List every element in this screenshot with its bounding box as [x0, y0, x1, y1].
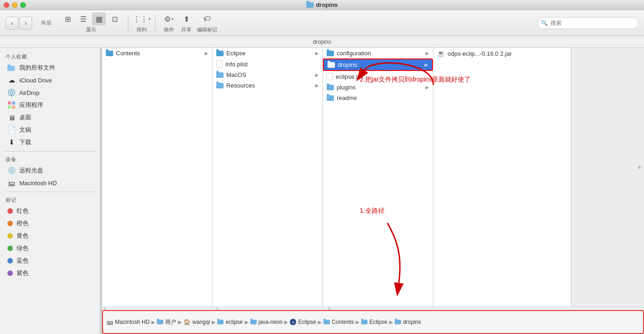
path-item-eclipse-app[interactable]: e Eclipse: [290, 319, 316, 325]
actions-button[interactable]: ⚙ ▾: [162, 12, 176, 25]
path-sep-5: ▶: [284, 319, 288, 325]
col2-item-macos[interactable]: MacOS ▶: [213, 70, 322, 80]
col2-item-eclipse[interactable]: Eclipse ▶: [213, 48, 322, 59]
tag-green-dot: [7, 246, 13, 251]
sidebar-label-tag-purple: 紫色: [17, 269, 29, 277]
col1-item-contents[interactable]: Contents ▶: [102, 48, 212, 59]
svg-rect-5: [8, 101, 11, 105]
path-sep-4: ▶: [245, 319, 248, 325]
sidebar-item-tag-yellow[interactable]: 黄色: [2, 230, 98, 242]
search-icon: 🔍: [541, 20, 548, 26]
col3-item-plugins[interactable]: plugins ▶: [323, 82, 433, 93]
col3-item-eclipseini[interactable]: eclipse.ini: [323, 71, 433, 82]
sidebar-label-airdrop: AirDrop: [19, 89, 40, 96]
col3-eclipseini-label: eclipse.ini: [336, 73, 362, 80]
main-area: 个人收藏 我的所有文件 ☁ iCloud Drive AirDrop: [0, 48, 644, 334]
plugins-chevron: ▶: [426, 85, 429, 90]
back-button[interactable]: ‹: [6, 17, 18, 29]
tags-button[interactable]: 🏷: [200, 12, 214, 25]
path-item-wangqi[interactable]: 🏠 wangqi: [184, 319, 210, 325]
maximize-button[interactable]: [20, 2, 26, 8]
path-label-javaneon: java-neon: [259, 319, 283, 325]
path-bar-bottom: 🖴 Macintosh HD ▶ 用户 ▶ 🏠 wangqi ▶ eclipse…: [102, 310, 644, 334]
path-bar-top: dropins +: [0, 36, 644, 48]
sidebar-item-airdrop[interactable]: AirDrop: [2, 87, 98, 99]
macos-folder-icon: [216, 72, 224, 78]
sidebar-item-downloads[interactable]: ⬇ 下载: [2, 136, 98, 148]
sidebar-label-tag-red: 红色: [17, 207, 29, 215]
sidebar-item-docs[interactable]: 📄 文稿: [2, 124, 98, 136]
column-view-button[interactable]: ▦: [92, 12, 106, 25]
title-folder-icon: [306, 2, 314, 8]
path-item-eclipse-dir[interactable]: eclipse: [217, 319, 242, 325]
close-button[interactable]: [4, 2, 9, 8]
eclipseini-icon: [327, 73, 333, 80]
sidebar-item-tag-blue[interactable]: 蓝色: [2, 255, 98, 267]
col3-dropins-label: dropins: [338, 61, 357, 68]
sidebar-item-tag-red[interactable]: 红色: [2, 205, 98, 217]
sidebar-item-remote-disc[interactable]: 💿 远程光盘: [2, 164, 98, 176]
share-label: 共享: [181, 26, 191, 33]
path-label-contents: Contents: [332, 319, 354, 325]
sidebar-label-downloads: 下载: [19, 138, 31, 146]
col2-macos-label: MacOS: [226, 71, 246, 78]
sidebar-label-tag-blue: 蓝色: [17, 257, 29, 265]
sidebar-item-icloud[interactable]: ☁ iCloud Drive: [2, 74, 98, 86]
search-bar: 🔍: [537, 17, 638, 29]
search-input[interactable]: [537, 17, 638, 29]
sidebar-divider-2: [4, 192, 96, 192]
path-sep-6: ▶: [318, 319, 322, 325]
tag-orange-dot: [7, 221, 13, 226]
sidebar-item-desktop[interactable]: 🖥 桌面: [2, 111, 98, 123]
col3-readme-label: readme: [337, 94, 357, 101]
forward-button[interactable]: ›: [19, 17, 32, 29]
col1-item-contents-label: Contents: [116, 50, 140, 57]
col3-item-dropins[interactable]: dropins ▶: [323, 59, 433, 71]
traffic-lights: [4, 2, 26, 8]
path-home-icon: 🏠: [184, 319, 190, 325]
tag-yellow-dot: [7, 233, 13, 239]
sidebar-label-apps: 应用程序: [19, 101, 43, 109]
path-item-eclipse-inner[interactable]: Eclipse: [361, 319, 387, 325]
path-item-users[interactable]: 用户: [157, 318, 176, 326]
tag-blue-dot: [7, 258, 13, 264]
scroll-handle-area: [102, 307, 644, 310]
col2-item-infoplist[interactable]: Info.plist: [213, 59, 322, 70]
coverflow-view-button[interactable]: ⊡: [108, 12, 121, 25]
path-item-macintosh[interactable]: 🖴 Macintosh HD: [107, 318, 150, 326]
col2-item-resources[interactable]: Resources ▶: [213, 80, 322, 91]
col4-jar-label: odps-eclip...-0.16.0 2.jar: [448, 50, 512, 57]
display-label: 显示: [86, 26, 96, 33]
sidebar-item-all-files[interactable]: 我的所有文件: [2, 62, 98, 74]
col3-item-configuration[interactable]: configuration ▶: [323, 48, 433, 59]
sidebar-item-tag-green[interactable]: 绿色: [2, 242, 98, 254]
share-button[interactable]: ⬆: [179, 12, 193, 25]
sidebar-item-macintosh[interactable]: 🖴 Macintosh HD: [2, 177, 98, 189]
sidebar-item-tag-purple[interactable]: 紫色: [2, 267, 98, 279]
col3-plugins-label: plugins: [337, 84, 356, 91]
svg-rect-6: [12, 101, 15, 105]
column-1: Contents ▶: [102, 48, 213, 307]
sidebar-item-tag-orange[interactable]: 橙色: [2, 217, 98, 229]
sidebar-divider-1: [4, 151, 96, 152]
grid-view-button[interactable]: ⊞: [61, 12, 75, 25]
list-view-button[interactable]: ☰: [76, 12, 90, 25]
sidebar-item-apps[interactable]: 应用程序: [2, 99, 98, 111]
minimize-button[interactable]: [12, 2, 17, 8]
path-folder-icon-users: [157, 320, 163, 324]
svg-point-3: [10, 91, 13, 94]
path-item-dropins-path[interactable]: dropins: [395, 319, 421, 325]
share-section: ⬆ 共享: [179, 12, 193, 33]
divider-2: [155, 15, 155, 31]
path-label-eclipse-app: Eclipse: [298, 319, 316, 325]
col4-item-jar[interactable]: ☕ odps-eclip...-0.16.0 2.jar: [433, 48, 571, 59]
path-item-javaneon[interactable]: java-neon: [250, 319, 283, 325]
path-item-contents[interactable]: Contents: [323, 319, 354, 325]
sidebar-label-desktop: 桌面: [19, 113, 31, 122]
actions-label: 操作: [164, 26, 174, 33]
eclipse-chevron: ▶: [315, 51, 319, 56]
svg-rect-1: [7, 64, 11, 66]
sort-button[interactable]: ⋮⋮ ▾: [135, 12, 149, 25]
contents-folder-icon: [106, 51, 113, 56]
col3-item-readme[interactable]: readme: [323, 93, 433, 103]
